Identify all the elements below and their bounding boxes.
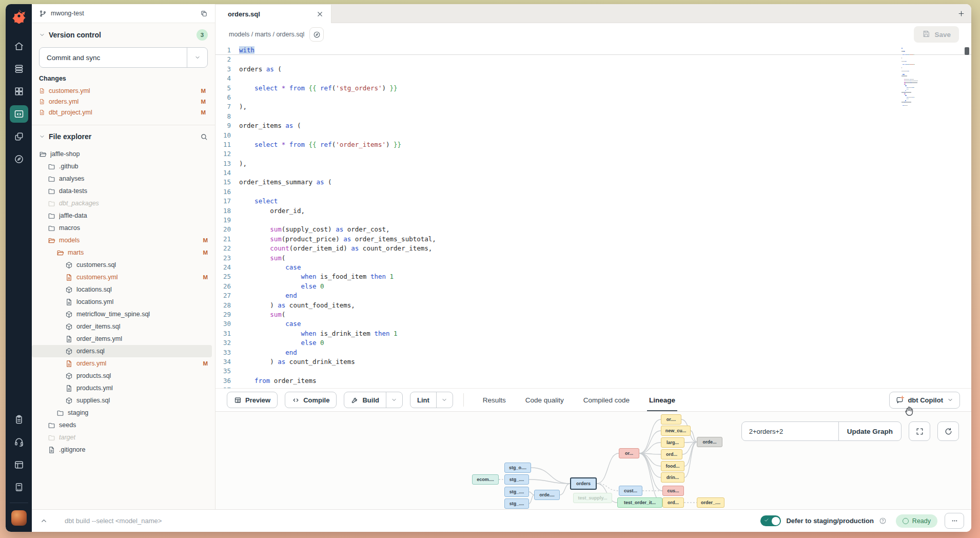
fullscreen-icon[interactable] [909,421,930,441]
code-line-33[interactable]: 33 end [215,348,971,357]
rail-item-orchestration-icon[interactable] [10,128,28,145]
refresh-icon[interactable] [937,421,959,441]
code-line-28[interactable]: 28 ) as count_food_items, [215,301,971,310]
lineage-node-y8[interactable]: order_.... [697,497,724,508]
code-line-27[interactable]: 27 end [215,291,971,300]
tab-results[interactable]: Results [483,389,506,412]
minimap[interactable] [901,48,938,108]
code-line-24[interactable]: 24 case [215,263,971,272]
lineage-node-y3[interactable]: larg... [661,437,684,448]
tree-item-jaffle-data[interactable]: jaffle-data [32,209,212,222]
code-line-22[interactable]: 22 count(order_item_id) as count_order_i… [215,244,971,253]
lineage-node-ghost[interactable]: test_supply... [573,493,612,503]
code-line-4[interactable]: 4 [215,74,971,83]
lineage-node-stg2[interactable]: stg_.... [504,474,529,485]
code-line-26[interactable]: 26 else 0 [215,282,971,291]
code-line-13[interactable]: 13), [215,159,971,168]
lineage-node-stg3[interactable]: stg_.... [504,487,529,497]
close-icon[interactable] [316,10,324,18]
explorer-compass-icon[interactable] [309,27,324,42]
build-button[interactable]: Build [344,392,403,408]
code-line-12[interactable]: 12 [215,149,971,159]
tree-item-customers.yml[interactable]: customers.ymlM [32,271,212,283]
defer-toggle[interactable] [760,515,781,526]
tree-item-order_items.yml[interactable]: order_items.yml [32,333,212,345]
rail-item-support-icon[interactable] [10,433,28,451]
lineage-node-cust[interactable]: cust... [619,486,642,496]
tree-item-marts[interactable]: martsM [32,246,212,259]
lint-button[interactable]: Lint [410,392,453,408]
code-line-37[interactable]: 37 [215,386,971,388]
tree-item-seeds[interactable]: seeds [32,419,212,431]
rail-item-explore-icon[interactable] [10,150,28,168]
rail-item-develop-icon[interactable] [10,105,28,123]
lineage-node-y4[interactable]: ord... [661,449,682,459]
changed-file-customers.yml[interactable]: customers.ymlM [39,85,208,96]
code-line-7[interactable]: 7), [215,102,971,111]
changed-file-orders.yml[interactable]: orders.ymlM [39,96,208,107]
tree-item-orders.yml[interactable]: orders.ymlM [32,357,212,370]
rail-item-tasks-icon[interactable] [10,411,28,428]
dbt-logo[interactable] [6,4,32,28]
lineage-node-cusp[interactable]: cus... [662,486,684,496]
rail-item-environments-icon[interactable] [10,60,28,78]
compile-button[interactable]: Compile [285,392,337,408]
code-line-25[interactable]: 25 when is_food_item then 1 [215,272,971,281]
tab-lineage[interactable]: Lineage [649,389,675,412]
tree-item-.github[interactable]: .github [32,160,212,172]
user-avatar[interactable] [11,510,27,526]
dbt-copilot-button[interactable]: dbt Copilot [889,392,960,409]
code-line-35[interactable]: 35 [215,367,971,376]
code-line-11[interactable]: 11 select * from {{ ref('order_items') }… [215,140,971,149]
tree-item-data-tests[interactable]: data-tests [32,185,212,197]
code-line-23[interactable]: 23 sum( [215,254,971,263]
help-icon[interactable] [879,517,887,525]
tree-item-locations.sql[interactable]: locations.sql [32,283,212,296]
tree-item-products.yml[interactable]: products.yml [32,382,212,394]
code-line-30[interactable]: 30 case [215,319,971,329]
save-button[interactable]: Save [914,26,959,43]
tree-item-order_items.sql[interactable]: order_items.sql [32,320,212,333]
code-line-32[interactable]: 32 else 0 [215,338,971,348]
tree-item-orders.sql[interactable]: orders.sql [32,345,212,357]
tree-item-supplies.sql[interactable]: supplies.sql [32,394,212,407]
tree-item-dbt_packages[interactable]: dbt_packages [32,197,212,209]
code-line-34[interactable]: 34 ) as count_drink_items [215,357,971,367]
tree-item-products.sql[interactable]: products.sql [32,370,212,382]
tree-item-metricflow_time_spine.sql[interactable]: metricflow_time_spine.sql [32,308,212,320]
code-line-10[interactable]: 10 [215,131,971,140]
scrollbar-thumb[interactable] [965,47,969,55]
tab-orders-sql[interactable]: orders.sql [215,5,331,23]
rail-item-home-icon[interactable] [10,37,28,55]
code-line-14[interactable]: 14 [215,168,971,178]
code-line-5[interactable]: 5 select * from {{ ref('stg_orders') }} [215,84,971,93]
code-line-8[interactable]: 8 [215,112,971,121]
rail-item-whats-new-icon[interactable] [10,478,28,496]
chevron-down-icon[interactable] [39,32,45,38]
lineage-node-y1[interactable]: or.... [661,414,681,425]
tree-item-analyses[interactable]: analyses [32,172,212,185]
code-line-16[interactable]: 16 [215,187,971,197]
tree-item-staging[interactable]: staging [32,407,212,419]
lineage-selector-input[interactable]: 2+orders+2 [742,422,838,440]
code-line-36[interactable]: 36 from order_items [215,376,971,386]
lineage-node-toi[interactable]: test_order_it... [617,497,662,508]
code-line-21[interactable]: 21 sum(product_price) as order_items_sub… [215,235,971,244]
update-graph-button[interactable]: Update Graph [838,422,901,440]
code-editor[interactable]: 1with23orders as (45 select * from {{ re… [215,46,971,388]
tree-item-customers.sql[interactable]: customers.sql [32,259,212,271]
code-line-18[interactable]: 18 order_id, [215,206,971,216]
tree-item-models[interactable]: modelsM [32,234,212,246]
changed-file-dbt_project.yml[interactable]: dbt_project.ymlM [39,107,208,118]
lineage-node-orp[interactable]: or... [619,448,639,458]
lineage-node-stg4[interactable]: stg_.... [504,498,529,509]
new-tab-button[interactable] [951,4,971,23]
code-line-15[interactable]: 15order_items_summary as ( [215,178,971,187]
lineage-node-y6[interactable]: drin... [661,472,684,483]
build-dropdown-chevron-icon[interactable] [386,392,402,408]
preview-button[interactable]: Preview [227,392,278,408]
code-line-20[interactable]: 20 sum(supply_cost) as order_cost, [215,225,971,234]
chevron-up-icon[interactable] [40,517,53,525]
lineage-node-ecom[interactable]: ecom.... [472,474,499,485]
code-line-3[interactable]: 3orders as ( [215,65,971,74]
